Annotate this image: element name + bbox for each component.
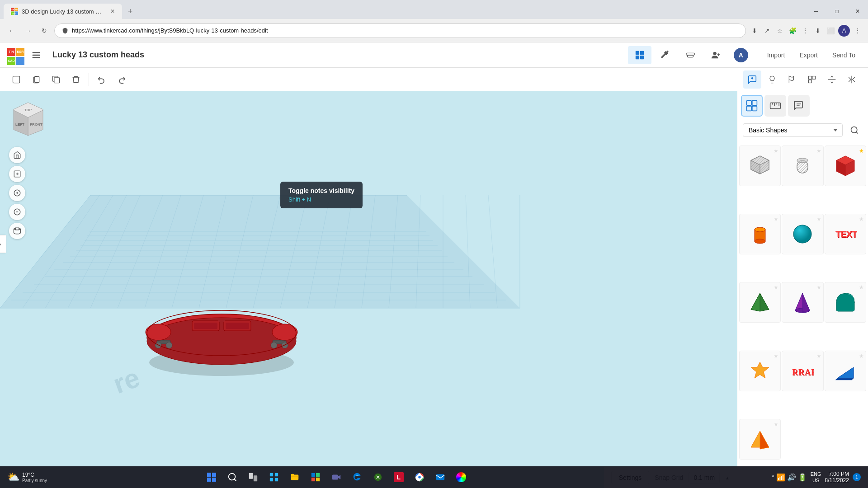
shape-star-box-red[interactable]: ★ bbox=[859, 148, 864, 154]
maximize-button[interactable]: □ bbox=[826, 3, 847, 19]
favorites-icon[interactable]: ☆ bbox=[775, 26, 785, 36]
shape-item-blue-ramp[interactable]: ★ bbox=[825, 351, 866, 391]
panel-tab-grid[interactable] bbox=[741, 95, 763, 117]
tray-battery-icon[interactable]: 🔋 bbox=[798, 473, 807, 482]
shape-item-cylinder-hole[interactable]: ★ bbox=[782, 145, 823, 186]
shape-star-pyramid-green[interactable]: ★ bbox=[774, 284, 778, 291]
edge-browser-button[interactable] bbox=[347, 467, 367, 487]
taskbar-clock[interactable]: 7:00 PM 8/11/2022 bbox=[825, 471, 849, 483]
shape-star-text-3d[interactable]: ★ bbox=[859, 216, 864, 222]
lightbulb-button[interactable] bbox=[763, 70, 781, 89]
new-tab-button[interactable]: + bbox=[124, 5, 137, 18]
start-button[interactable] bbox=[202, 467, 222, 487]
new-shape-button[interactable] bbox=[7, 70, 25, 89]
search-button[interactable] bbox=[222, 467, 242, 487]
panel-tab-ruler[interactable] bbox=[764, 95, 786, 117]
download-icon[interactable]: ⬇ bbox=[813, 26, 823, 36]
address-input-bar[interactable]: https://www.tinkercad.com/things/jBytS9B… bbox=[54, 23, 746, 38]
shape-item-pyramid-yellow[interactable]: ★ bbox=[739, 419, 781, 460]
notes-toggle-button[interactable] bbox=[743, 70, 761, 89]
video-call-button[interactable] bbox=[326, 467, 346, 487]
import-button[interactable]: Import bbox=[760, 49, 793, 61]
shape-item-cylinder-orange[interactable]: ★ bbox=[739, 214, 781, 254]
panel-collapse-button[interactable]: › bbox=[0, 235, 6, 253]
mail-button[interactable] bbox=[430, 467, 450, 487]
search-shapes-button[interactable] bbox=[846, 122, 863, 138]
share-icon[interactable]: ↗ bbox=[762, 26, 772, 36]
shape-star-wedge-teal[interactable]: ★ bbox=[859, 284, 864, 291]
kaspersky-button[interactable] bbox=[368, 467, 388, 487]
shape-item-box-red[interactable]: ★ bbox=[825, 145, 866, 186]
ms-store-button[interactable] bbox=[306, 467, 326, 487]
extensions-icon[interactable]: 🧩 bbox=[788, 26, 797, 36]
send-to-button[interactable]: Send To bbox=[825, 49, 863, 61]
profile-avatar[interactable]: A bbox=[729, 46, 753, 64]
shape-star-sphere-teal[interactable]: ★ bbox=[816, 216, 821, 222]
shapes-category-select[interactable]: Basic Shapes bbox=[743, 123, 843, 137]
task-view-button[interactable] bbox=[243, 467, 263, 487]
home-view-button[interactable] bbox=[9, 147, 25, 163]
shape-star-pyramid-yellow[interactable]: ★ bbox=[774, 421, 778, 427]
build-button[interactable] bbox=[653, 46, 677, 64]
shape-item-cone-purple[interactable]: ★ bbox=[782, 282, 823, 323]
download-page-icon[interactable]: ⬇ bbox=[750, 26, 760, 36]
shape-item-text-3d[interactable]: ★ TEXT TEXT bbox=[825, 214, 866, 254]
align-button[interactable] bbox=[823, 70, 841, 89]
shape-star-cylinder-orange[interactable]: ★ bbox=[774, 216, 778, 222]
chrome-button[interactable] bbox=[410, 467, 429, 487]
shape-star-cylinder-hole[interactable]: ★ bbox=[816, 148, 821, 154]
shape-item-wedge-teal[interactable]: ★ bbox=[825, 282, 866, 323]
close-button[interactable]: ✕ bbox=[847, 3, 868, 19]
tab-close-btn[interactable]: ✕ bbox=[110, 8, 115, 14]
panel-tab-notes[interactable] bbox=[788, 95, 810, 117]
mirror-button[interactable] bbox=[843, 70, 861, 89]
group-button[interactable] bbox=[803, 70, 821, 89]
locker-button[interactable]: L bbox=[389, 467, 409, 487]
shape-star-box-hole[interactable]: ★ bbox=[774, 148, 778, 154]
redo-button[interactable] bbox=[113, 70, 131, 89]
language-button[interactable]: ENG US bbox=[811, 471, 821, 484]
back-button[interactable]: ← bbox=[5, 24, 18, 37]
file-explorer-button[interactable] bbox=[285, 467, 305, 487]
browser-settings-icon[interactable]: ⋮ bbox=[853, 26, 863, 36]
widgets-button[interactable] bbox=[264, 467, 284, 487]
active-tab[interactable]: TIN KER CAD 3D design Lucky 13 custom he… bbox=[4, 4, 122, 19]
perspective-button[interactable] bbox=[9, 223, 25, 239]
paste-button[interactable] bbox=[27, 70, 45, 89]
fit-to-view-button[interactable] bbox=[9, 166, 25, 182]
tinkercad-logo[interactable]: TIN KER CAD bbox=[5, 46, 24, 64]
shape-item-box-hole[interactable]: ★ bbox=[739, 145, 781, 186]
shape-star-red-text[interactable]: ★ bbox=[816, 353, 821, 359]
undo-button[interactable] bbox=[93, 70, 111, 89]
bricks-button[interactable] bbox=[679, 46, 702, 64]
delete-button[interactable] bbox=[67, 70, 85, 89]
notification-badge[interactable]: 1 bbox=[853, 473, 861, 481]
shape-item-star-yellow[interactable]: ★ bbox=[739, 351, 781, 391]
tray-volume-icon[interactable]: 🔊 bbox=[787, 473, 796, 482]
forward-button[interactable]: → bbox=[22, 24, 34, 37]
split-screen-icon[interactable]: ⬜ bbox=[826, 26, 835, 36]
refresh-button[interactable]: ↻ bbox=[38, 24, 51, 37]
viewport[interactable]: re TOP FRONT LEFT bbox=[0, 91, 737, 488]
tray-expand-button[interactable]: ^ bbox=[772, 474, 774, 480]
view-cube[interactable]: TOP FRONT LEFT bbox=[9, 100, 47, 139]
profile-icon[interactable]: A bbox=[838, 25, 850, 37]
shape-item-pyramid-green[interactable]: ★ bbox=[739, 282, 781, 323]
flag-button[interactable] bbox=[783, 70, 801, 89]
weather-widget[interactable]: ⛅ 19°C Partly sunny bbox=[4, 471, 51, 483]
person-add-button[interactable] bbox=[704, 46, 727, 64]
tray-wifi-icon[interactable]: 📶 bbox=[776, 473, 785, 482]
shape-item-sphere-teal[interactable]: ★ bbox=[782, 214, 823, 254]
grid-view-button[interactable] bbox=[628, 46, 651, 64]
browser-menu-icon[interactable]: ⋮ bbox=[800, 26, 810, 36]
zoom-in-button[interactable] bbox=[9, 185, 25, 201]
menu-button[interactable] bbox=[27, 46, 45, 64]
shape-star-blue-ramp[interactable]: ★ bbox=[859, 353, 864, 359]
export-button[interactable]: Export bbox=[792, 49, 825, 61]
color-app-button[interactable] bbox=[451, 467, 471, 487]
shape-star-yellow[interactable]: ★ bbox=[774, 353, 778, 359]
shape-star-cone-purple[interactable]: ★ bbox=[816, 284, 821, 291]
zoom-out-button[interactable] bbox=[9, 204, 25, 220]
minimize-button[interactable]: ─ bbox=[806, 3, 826, 19]
shape-item-red-text[interactable]: ★ RRAP RRAP bbox=[782, 351, 823, 391]
